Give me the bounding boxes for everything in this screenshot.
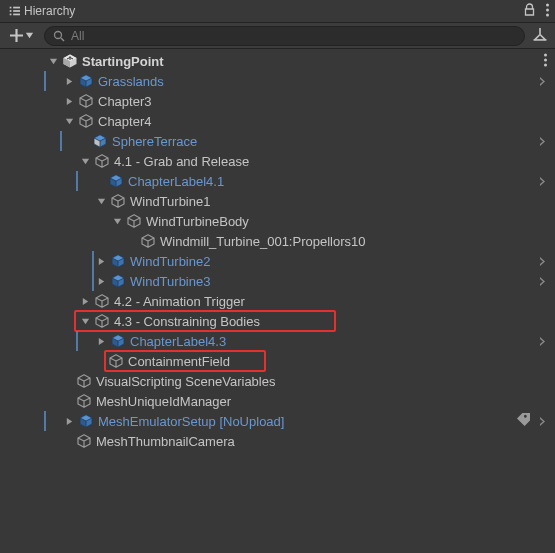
prefab-icon bbox=[78, 413, 94, 429]
create-button[interactable] bbox=[4, 27, 40, 44]
gameobject-icon bbox=[94, 293, 110, 309]
gameobject-icon bbox=[94, 153, 110, 169]
gameobject-icon bbox=[94, 313, 110, 329]
lock-icon[interactable] bbox=[523, 3, 536, 19]
svg-point-7 bbox=[546, 8, 549, 11]
tree-row-wtb[interactable]: WindTurbineBody bbox=[0, 211, 555, 231]
item-label: Chapter3 bbox=[98, 94, 151, 109]
item-label: MeshEmulatorSetup [NoUpload] bbox=[98, 414, 284, 429]
tree-row-41[interactable]: 4.1 - Grab and Release bbox=[0, 151, 555, 171]
prefab-icon bbox=[110, 333, 126, 349]
tree-row-sphereterrace[interactable]: SphereTerrace bbox=[0, 131, 555, 151]
foldout-icon[interactable] bbox=[62, 414, 76, 428]
gameobject-icon bbox=[126, 213, 142, 229]
prefab-variant-icon bbox=[92, 133, 108, 149]
gameobject-icon bbox=[110, 193, 126, 209]
hierarchy-tree[interactable]: StartingPoint Grasslands Chapter3 Chapte… bbox=[0, 49, 555, 553]
tab-label: Hierarchy bbox=[24, 4, 75, 18]
tree-row-cl43[interactable]: ChapterLabel4.3 bbox=[0, 331, 555, 351]
dropdown-icon bbox=[25, 31, 34, 40]
tree-row-mesetup[interactable]: MeshEmulatorSetup [NoUpload] bbox=[0, 411, 555, 431]
tree-row-vss[interactable]: VisualScripting SceneVariables bbox=[0, 371, 555, 391]
open-prefab-icon[interactable] bbox=[538, 414, 547, 429]
item-label: Windmill_Turbine_001:Propellors10 bbox=[160, 234, 365, 249]
search-icon bbox=[53, 30, 65, 42]
save-search-icon[interactable] bbox=[529, 27, 551, 44]
tree-row-wt1[interactable]: WindTurbine1 bbox=[0, 191, 555, 211]
svg-point-10 bbox=[544, 53, 547, 56]
prefab-icon bbox=[110, 273, 126, 289]
tag-icon bbox=[517, 413, 530, 429]
tree-row-thumb[interactable]: MeshThumbnailCamera bbox=[0, 431, 555, 451]
open-prefab-icon[interactable] bbox=[538, 134, 547, 149]
tree-row-containment[interactable]: ContainmentField bbox=[0, 351, 555, 371]
item-label: MeshThumbnailCamera bbox=[96, 434, 235, 449]
panel-menu-icon[interactable] bbox=[546, 3, 549, 20]
tree-row-wt3[interactable]: WindTurbine3 bbox=[0, 271, 555, 291]
tab-hierarchy[interactable]: Hierarchy bbox=[0, 0, 83, 22]
gameobject-icon bbox=[76, 433, 92, 449]
foldout-icon[interactable] bbox=[62, 94, 76, 108]
item-label: WindTurbine2 bbox=[130, 254, 210, 269]
svg-point-6 bbox=[546, 3, 549, 6]
prefab-icon bbox=[108, 173, 124, 189]
foldout-icon[interactable] bbox=[78, 294, 92, 308]
search-field[interactable] bbox=[44, 26, 525, 46]
item-label: MeshUniqueIdManager bbox=[96, 394, 231, 409]
gameobject-icon bbox=[78, 93, 94, 109]
open-prefab-icon[interactable] bbox=[538, 74, 547, 89]
item-label: WindTurbineBody bbox=[146, 214, 249, 229]
tree-row-cl41[interactable]: ChapterLabel4.1 bbox=[0, 171, 555, 191]
unity-scene-icon bbox=[62, 53, 78, 69]
tab-bar: Hierarchy bbox=[0, 0, 555, 23]
item-label: 4.2 - Animation Trigger bbox=[114, 294, 245, 309]
open-prefab-icon[interactable] bbox=[538, 254, 547, 269]
hierarchy-icon bbox=[8, 5, 20, 17]
search-input[interactable] bbox=[71, 29, 516, 43]
item-label: ContainmentField bbox=[128, 354, 230, 369]
tree-row-grasslands[interactable]: Grasslands bbox=[0, 71, 555, 91]
scene-menu-icon[interactable] bbox=[544, 53, 547, 70]
tree-row-chapter4[interactable]: Chapter4 bbox=[0, 111, 555, 131]
prefab-icon bbox=[78, 73, 94, 89]
open-prefab-icon[interactable] bbox=[538, 334, 547, 349]
prefab-icon bbox=[110, 253, 126, 269]
foldout-icon[interactable] bbox=[110, 214, 124, 228]
foldout-icon[interactable] bbox=[94, 334, 108, 348]
open-prefab-icon[interactable] bbox=[538, 174, 547, 189]
gameobject-icon bbox=[78, 113, 94, 129]
item-label: 4.3 - Constraining Bodies bbox=[114, 314, 260, 329]
scene-row[interactable]: StartingPoint bbox=[0, 51, 555, 71]
item-label: 4.1 - Grab and Release bbox=[114, 154, 249, 169]
item-label: SphereTerrace bbox=[112, 134, 197, 149]
tree-row-chapter3[interactable]: Chapter3 bbox=[0, 91, 555, 111]
svg-point-9 bbox=[55, 31, 62, 38]
plus-icon bbox=[10, 29, 23, 42]
foldout-icon[interactable] bbox=[94, 274, 108, 288]
foldout-icon[interactable] bbox=[94, 194, 108, 208]
foldout-icon[interactable] bbox=[78, 314, 92, 328]
item-label: VisualScripting SceneVariables bbox=[96, 374, 275, 389]
gameobject-icon bbox=[140, 233, 156, 249]
svg-point-8 bbox=[546, 13, 549, 16]
gameobject-icon bbox=[76, 373, 92, 389]
open-prefab-icon[interactable] bbox=[538, 274, 547, 289]
gameobject-icon bbox=[108, 353, 124, 369]
foldout-icon[interactable] bbox=[78, 154, 92, 168]
foldout-icon[interactable] bbox=[94, 254, 108, 268]
item-label: WindTurbine1 bbox=[130, 194, 210, 209]
toolbar bbox=[0, 23, 555, 49]
scene-label: StartingPoint bbox=[82, 54, 164, 69]
svg-point-12 bbox=[544, 63, 547, 66]
foldout-icon[interactable] bbox=[62, 114, 76, 128]
tree-row-wt2[interactable]: WindTurbine2 bbox=[0, 251, 555, 271]
tree-row-prop[interactable]: Windmill_Turbine_001:Propellors10 bbox=[0, 231, 555, 251]
tree-row-muid[interactable]: MeshUniqueIdManager bbox=[0, 391, 555, 411]
foldout-icon[interactable] bbox=[46, 54, 60, 68]
item-label: Chapter4 bbox=[98, 114, 151, 129]
tree-row-43[interactable]: 4.3 - Constraining Bodies bbox=[0, 311, 555, 331]
foldout-icon[interactable] bbox=[62, 74, 76, 88]
tree-row-42[interactable]: 4.2 - Animation Trigger bbox=[0, 291, 555, 311]
gameobject-icon bbox=[76, 393, 92, 409]
item-label: Grasslands bbox=[98, 74, 164, 89]
